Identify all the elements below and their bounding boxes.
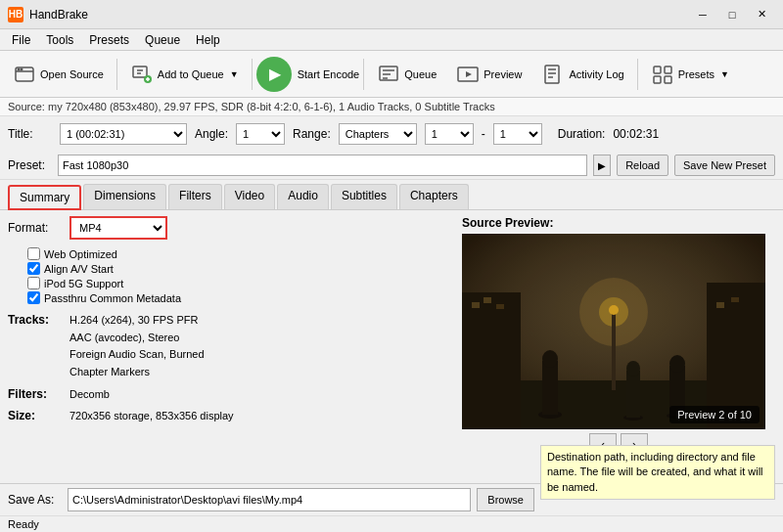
preset-input[interactable]: [58, 155, 587, 176]
presets-dropdown-arrow[interactable]: ▼: [720, 69, 729, 79]
start-encode-label: Start Encode: [298, 68, 360, 80]
presets-button[interactable]: Presets ▼: [642, 55, 738, 94]
minimize-button[interactable]: ─: [689, 4, 716, 25]
preset-bar: Preset: ▶ Reload Save New Preset: [0, 152, 783, 180]
source-info: Source: my 720x480 (853x480), 29.97 FPS,…: [0, 98, 783, 116]
angle-label: Angle:: [195, 127, 228, 141]
start-encode-button[interactable]: ▶: [256, 57, 292, 92]
activity-log-label: Activity Log: [569, 68, 623, 80]
align-av-checkbox[interactable]: [27, 262, 40, 275]
status-bar: Ready: [0, 515, 783, 532]
format-select[interactable]: MP4 MKV WebM: [69, 216, 167, 240]
preview-button[interactable]: Preview: [447, 55, 530, 94]
web-optimized-checkbox[interactable]: [27, 247, 40, 260]
activity-log-button[interactable]: Activity Log: [532, 55, 632, 94]
status-text: Ready: [8, 518, 39, 530]
track-2: AAC (avcodec), Stereo: [69, 330, 205, 347]
menu-help[interactable]: Help: [188, 31, 228, 49]
checkbox-passthru: Passthru Common Metadata: [27, 291, 454, 304]
checkbox-ipod: iPod 5G Support: [27, 277, 454, 289]
tab-subtitles[interactable]: Subtitles: [331, 184, 397, 209]
size-label: Size:: [8, 408, 62, 425]
ipod-checkbox[interactable]: [27, 277, 40, 289]
maximize-button[interactable]: □: [718, 4, 746, 25]
svg-rect-10: [665, 66, 671, 73]
svg-rect-11: [654, 76, 661, 83]
save-new-preset-button[interactable]: Save New Preset: [674, 155, 775, 176]
tab-chapters[interactable]: Chapters: [399, 184, 469, 209]
presets-label: Presets: [678, 68, 714, 80]
track-4: Chapter Markers: [69, 364, 205, 381]
tracks-section: Tracks: H.264 (x264), 30 FPS PFR AAC (av…: [8, 312, 454, 380]
angle-select[interactable]: 1: [236, 123, 285, 145]
tooltip-box: Destination path, including directory an…: [540, 445, 775, 500]
add-to-queue-label: Add to Queue: [158, 68, 224, 80]
passthru-checkbox[interactable]: [27, 291, 40, 304]
checkbox-web-optimized: Web Optimized: [27, 247, 454, 260]
title-settings: Title: 1 (00:02:31) Angle: 1 Range: Chap…: [0, 116, 783, 152]
preview-title: Source Preview:: [462, 216, 775, 230]
preset-arrow-btn[interactable]: ▶: [593, 155, 611, 176]
tab-summary[interactable]: Summary: [8, 185, 81, 210]
app-icon: HB: [8, 7, 23, 22]
range-select[interactable]: Chapters: [339, 123, 417, 145]
svg-rect-5: [380, 66, 397, 80]
chapter-range-separator: -: [482, 127, 485, 141]
menu-file[interactable]: File: [4, 31, 38, 49]
queue-button[interactable]: Queue: [368, 55, 445, 94]
add-queue-dropdown-arrow[interactable]: ▼: [230, 69, 239, 79]
save-row: Save As: Browse Destination path, includ…: [0, 484, 783, 515]
open-source-button[interactable]: Open Source: [4, 55, 113, 94]
close-button[interactable]: ✕: [748, 4, 775, 25]
svg-rect-12: [665, 76, 671, 83]
svg-rect-3: [133, 66, 147, 77]
checkbox-align-av: Align A/V Start: [27, 262, 454, 275]
menu-queue[interactable]: Queue: [137, 31, 188, 49]
tab-bar: Summary Dimensions Filters Video Audio S…: [0, 180, 783, 210]
tab-dimensions[interactable]: Dimensions: [83, 184, 166, 209]
size-value: 720x356 storage, 853x356 display: [69, 408, 234, 425]
separator-4: [637, 59, 638, 90]
add-to-queue-button[interactable]: Add to Queue ▼: [121, 55, 248, 94]
toolbar: Open Source Add to Queue ▼ ▶ Start Encod…: [0, 51, 783, 98]
format-dropdown-area: MP4 MKV WebM: [69, 216, 167, 240]
title-select[interactable]: 1 (00:02:31): [60, 123, 187, 145]
menu-presets[interactable]: Presets: [81, 31, 137, 49]
presets-icon: [651, 63, 674, 86]
menu-tools[interactable]: Tools: [38, 31, 81, 49]
open-source-icon: [13, 63, 36, 86]
tab-filters[interactable]: Filters: [168, 184, 222, 209]
format-row: Format: MP4 MKV WebM: [8, 216, 454, 240]
duration-label: Duration:: [558, 127, 606, 141]
preset-label: Preset:: [8, 158, 52, 172]
save-as-label: Save As:: [8, 493, 62, 507]
align-av-label: Align A/V Start: [44, 263, 114, 275]
queue-icon: [377, 63, 400, 86]
menu-bar: File Tools Presets Queue Help: [0, 29, 783, 51]
format-label: Format:: [8, 221, 62, 235]
web-optimized-label: Web Optimized: [44, 248, 117, 260]
chapter-from-select[interactable]: 1: [425, 123, 474, 145]
save-as-input[interactable]: [68, 488, 471, 511]
separator-1: [116, 59, 117, 90]
tab-audio[interactable]: Audio: [277, 184, 329, 209]
svg-marker-7: [466, 71, 472, 77]
separator-2: [252, 59, 253, 90]
chapter-to-select[interactable]: 1: [493, 123, 542, 145]
browse-button[interactable]: Browse: [477, 488, 534, 511]
title-bar: HB HandBrake ─ □ ✕: [0, 0, 783, 29]
window-controls: ─ □ ✕: [689, 4, 775, 25]
track-1: H.264 (x264), 30 FPS PFR: [69, 312, 205, 330]
svg-point-1: [18, 68, 20, 70]
reload-button[interactable]: Reload: [617, 155, 668, 176]
content-area: Format: MP4 MKV WebM Web Optimized Align…: [0, 210, 783, 463]
left-panel: Format: MP4 MKV WebM Web Optimized Align…: [8, 216, 454, 457]
filters-value: Decomb: [69, 386, 110, 404]
bottom-bar: Save As: Browse Destination path, includ…: [0, 483, 783, 532]
app-title: HandBrake: [29, 8, 88, 22]
open-source-label: Open Source: [40, 68, 104, 80]
add-queue-icon: [130, 63, 154, 86]
activity-log-icon: [541, 63, 565, 86]
tab-video[interactable]: Video: [224, 184, 275, 209]
play-icon: ▶: [269, 65, 281, 83]
